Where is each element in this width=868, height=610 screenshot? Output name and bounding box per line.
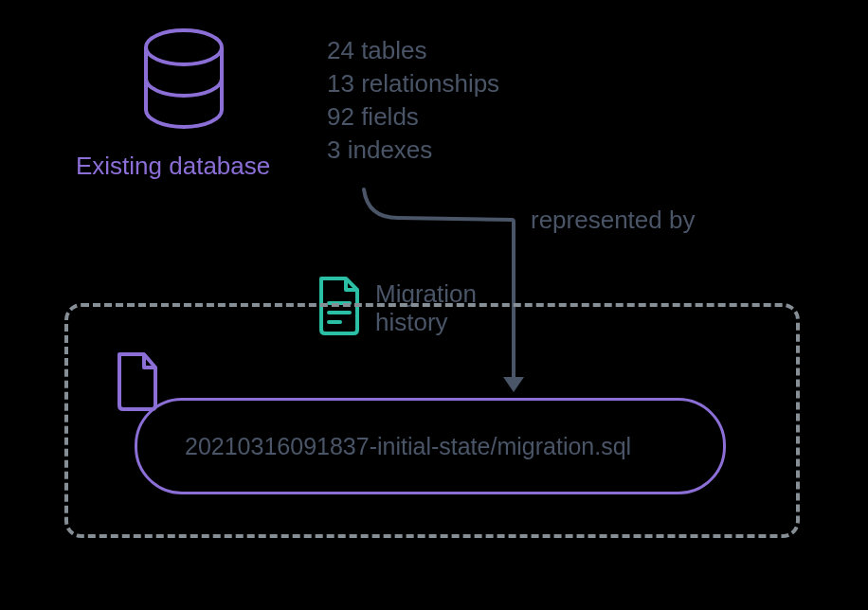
database-stats: 24 tables 13 relationships 92 fields 3 i…	[327, 34, 499, 167]
database-label: Existing database	[76, 152, 270, 181]
svg-point-0	[146, 30, 222, 64]
stat-fields: 92 fields	[327, 100, 499, 134]
stat-tables: 24 tables	[327, 34, 499, 67]
migration-filename: 20210316091837-initial-state/migration.s…	[185, 433, 631, 460]
stat-relationships: 13 relationships	[327, 67, 499, 100]
stat-indexes: 3 indexes	[327, 134, 499, 167]
connector-label: represented by	[531, 206, 695, 235]
database-icon	[136, 28, 231, 136]
migration-file-entry: 20210316091837-initial-state/migration.s…	[135, 398, 726, 494]
